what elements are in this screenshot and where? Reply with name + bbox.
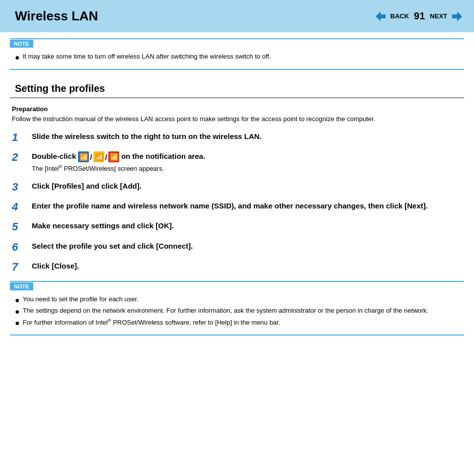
top-note-label: NOTE [10, 40, 33, 48]
bullet-icon-b3: ● [15, 318, 20, 328]
page-header: Wireless LAN BACK 91 NEXT [0, 0, 474, 32]
wifi-icon-1: 📶 [78, 151, 89, 162]
step-5-main: Make necessary settings and click [OK]. [32, 221, 174, 230]
step-number-4: 4 [12, 201, 25, 213]
bottom-note-content: ● You need to set the profile for each u… [10, 293, 464, 335]
step-number-1: 1 [12, 131, 25, 144]
step-6-content: Select the profile you set and click [Co… [32, 241, 462, 251]
back-button[interactable] [374, 9, 388, 23]
bottom-note-box: NOTE ● You need to set the profile for e… [10, 281, 464, 336]
wifi-icons: 📶 / 📶 / 📶 [78, 151, 119, 162]
step-2-sub: The [Intel® PROSet/Wireless] screen appe… [32, 164, 462, 174]
steps-container: 1 Slide the wireless switch to the right… [10, 131, 464, 274]
section-heading: Setting the profiles [10, 76, 464, 98]
step-7-content: Click [Close]. [32, 261, 462, 271]
svg-text:📶: 📶 [79, 153, 88, 161]
step-4: 4 Enter the profile name and wireless ne… [12, 201, 462, 213]
bottom-note-text-1: You need to set the profile for each use… [23, 295, 139, 303]
wifi-icon-2: 📶 [93, 151, 104, 162]
wifi-icon-3: 📶 [108, 151, 119, 162]
svg-marker-1 [452, 11, 462, 21]
svg-text:📶: 📶 [109, 153, 118, 161]
step-number-2: 2 [12, 151, 25, 164]
preparation-text: Follow the instruction manual of the wir… [10, 114, 464, 124]
page-number: 91 [414, 10, 425, 22]
bullet-icon-b1: ● [15, 295, 20, 305]
top-note-content: ● It may take some time to turn off wire… [10, 51, 464, 69]
bullet-icon-b2: ● [15, 307, 20, 316]
bullet-icon: ● [15, 53, 20, 62]
step-3-main: Click [Profiles] and click [Add]. [32, 182, 142, 190]
back-label: BACK [391, 12, 409, 20]
bottom-note-item-3: ● For further information of Intel® PROS… [15, 318, 459, 328]
step-3-content: Click [Profiles] and click [Add]. [32, 181, 462, 191]
step-1-main: Slide the wireless switch to the right t… [32, 132, 262, 140]
step-5: 5 Make necessary settings and click [OK]… [12, 220, 462, 233]
step-4-main: Enter the profile name and wireless netw… [32, 202, 428, 210]
svg-marker-0 [376, 11, 386, 21]
step-4-content: Enter the profile name and wireless netw… [32, 201, 462, 211]
step-3: 3 Click [Profiles] and click [Add]. [12, 181, 462, 194]
step-number-6: 6 [12, 241, 25, 254]
step-5-content: Make necessary settings and click [OK]. [32, 220, 462, 231]
step-6: 6 Select the profile you set and click [… [12, 241, 462, 254]
step-2-main: Double-click 📶 / 📶 [32, 152, 205, 160]
step-2-prefix: Double-click [32, 152, 76, 160]
bottom-note-item-2: ● The settings depend on the network env… [15, 307, 459, 316]
page-content: NOTE ● It may take some time to turn off… [0, 38, 474, 351]
bottom-note-text-3: For further information of Intel® PROSet… [23, 318, 280, 326]
step-number-5: 5 [12, 220, 25, 233]
next-label: NEXT [430, 12, 447, 20]
step-2: 2 Double-click 📶 / [12, 151, 462, 174]
step-7-main: Click [Close]. [32, 262, 79, 270]
step-number-3: 3 [12, 181, 25, 194]
step-1-content: Slide the wireless switch to the right t… [32, 131, 462, 141]
step-2-suffix: on the notification area. [121, 152, 205, 160]
next-button[interactable] [450, 9, 464, 23]
step-2-content: Double-click 📶 / 📶 [32, 151, 462, 174]
bottom-note-item-1: ● You need to set the profile for each u… [15, 295, 459, 305]
step-1: 1 Slide the wireless switch to the right… [12, 131, 462, 144]
navigation-controls: BACK 91 NEXT [374, 9, 464, 23]
preparation-label: Preparation [10, 105, 464, 113]
step-6-main: Select the profile you set and click [Co… [32, 242, 193, 250]
top-note-text-1: It may take some time to turn off wirele… [23, 53, 271, 60]
step-7: 7 Click [Close]. [12, 261, 462, 273]
top-note-item-1: ● It may take some time to turn off wire… [15, 53, 459, 62]
bottom-note-text-2: The settings depend on the network envir… [23, 307, 429, 314]
page-title: Wireless LAN [15, 8, 98, 24]
bottom-note-label: NOTE [10, 282, 33, 290]
step-number-7: 7 [12, 261, 25, 273]
top-note-box: NOTE ● It may take some time to turn off… [10, 38, 464, 70]
svg-text:📶: 📶 [94, 153, 103, 161]
